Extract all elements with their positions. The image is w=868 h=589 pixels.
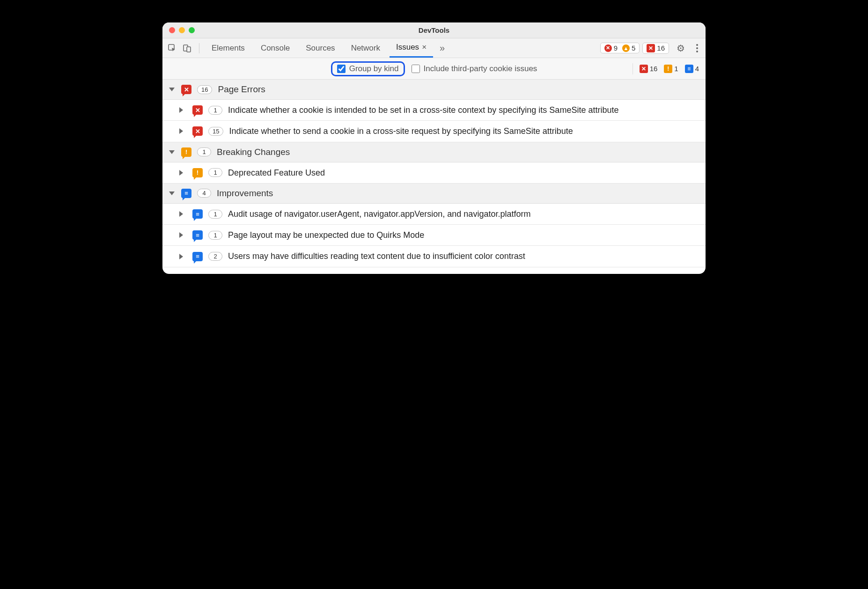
group-count: 1	[197, 147, 211, 156]
chevron-right-icon	[179, 254, 186, 259]
traffic-lights	[169, 27, 195, 33]
close-tab-icon[interactable]: ×	[422, 43, 427, 52]
group-improvements[interactable]: ≡ 4 Improvements	[162, 184, 706, 204]
console-badges[interactable]: ✕9 ▲5	[600, 43, 640, 53]
group-label: Improvements	[217, 188, 273, 199]
error-icon: ✕	[640, 65, 648, 73]
group-label: Breaking Changes	[217, 147, 290, 157]
tab-elements[interactable]: Elements	[205, 38, 251, 58]
issue-row[interactable]: ✕ 1 Indicate whether a cookie is intende…	[162, 100, 706, 121]
filter-bar: Group by kind Include third-party cookie…	[162, 58, 706, 80]
third-party-input[interactable]	[412, 65, 420, 73]
third-party-checkbox[interactable]: Include third-party cookie issues	[412, 64, 537, 74]
error-icon: ✕	[604, 44, 612, 52]
svg-rect-2	[187, 47, 191, 52]
tab-sources[interactable]: Sources	[299, 38, 341, 58]
issue-count: 15	[208, 127, 223, 136]
chevron-down-icon	[169, 191, 175, 195]
window-title: DevTools	[162, 26, 706, 34]
group-by-kind-label: Group by kind	[349, 64, 399, 74]
group-by-kind-checkbox[interactable]: Group by kind	[331, 61, 405, 76]
maximize-window-icon[interactable]	[189, 27, 195, 33]
third-party-label: Include third-party cookie issues	[424, 64, 537, 74]
issue-text: Indicate whether a cookie is intended to…	[228, 104, 699, 116]
chevron-right-icon	[179, 232, 186, 238]
filter-counts: ✕16 !1 ≡4	[633, 63, 699, 74]
group-page-errors[interactable]: ✕ 16 Page Errors	[162, 80, 706, 100]
filter-info[interactable]: ≡4	[685, 65, 699, 73]
settings-icon[interactable]: ⚙	[672, 43, 690, 54]
minimize-window-icon[interactable]	[179, 27, 185, 33]
kebab-menu-icon[interactable]	[692, 43, 702, 54]
issue-row[interactable]: ✕ 15 Indicate whether to send a cookie i…	[162, 121, 706, 142]
toolbar: Elements Console Sources Network Issues …	[162, 38, 706, 58]
warning-icon: !	[181, 147, 191, 157]
issues-badge[interactable]: ✕16	[642, 43, 669, 54]
issue-row[interactable]: ≡ 2 Users may have difficulties reading …	[162, 246, 706, 267]
tab-console[interactable]: Console	[254, 38, 296, 58]
issue-row[interactable]: ≡ 1 Page layout may be unexpected due to…	[162, 225, 706, 246]
info-icon: ≡	[181, 189, 191, 198]
tab-label: Elements	[212, 44, 245, 53]
info-icon: ≡	[192, 209, 203, 219]
group-breaking-changes[interactable]: ! 1 Breaking Changes	[162, 142, 706, 162]
group-count: 4	[197, 189, 211, 198]
tab-network[interactable]: Network	[345, 38, 387, 58]
separator	[633, 63, 633, 74]
issue-text: Users may have difficulties reading text…	[228, 250, 699, 262]
issue-count: 1	[208, 106, 222, 115]
issue-text: Deprecated Feature Used	[228, 167, 699, 178]
issue-text: Audit usage of navigator.userAgent, navi…	[228, 208, 699, 220]
issue-count: 1	[208, 231, 222, 240]
info-icon: ≡	[192, 252, 203, 261]
tab-label: Network	[351, 44, 380, 53]
error-icon: ✕	[192, 126, 203, 136]
chevron-right-icon	[179, 128, 186, 134]
issue-count: 2	[208, 252, 222, 261]
issue-row[interactable]: ≡ 1 Audit usage of navigator.userAgent, …	[162, 204, 706, 225]
issue-text: Page layout may be unexpected due to Qui…	[228, 229, 699, 241]
issues-icon: ✕	[647, 44, 655, 52]
group-count: 16	[197, 85, 212, 94]
chevron-right-icon	[179, 170, 186, 176]
issues-count: 16	[657, 44, 665, 52]
info-icon: ≡	[192, 230, 203, 240]
tab-label: Sources	[306, 44, 335, 53]
error-icon: ✕	[192, 105, 203, 115]
more-tabs-icon[interactable]: »	[436, 43, 449, 53]
device-toggle-icon[interactable]	[181, 42, 193, 54]
devtools-window: DevTools Elements Console Sources Networ…	[162, 22, 706, 274]
group-by-kind-input[interactable]	[337, 65, 346, 73]
chevron-down-icon	[169, 88, 175, 91]
close-window-icon[interactable]	[169, 27, 175, 33]
warning-icon: ▲	[622, 44, 630, 52]
separator	[199, 43, 199, 53]
warning-count: 5	[632, 44, 635, 52]
tab-label: Console	[261, 44, 290, 53]
titlebar: DevTools	[162, 22, 706, 38]
tab-issues[interactable]: Issues ×	[390, 38, 433, 58]
filter-warnings[interactable]: !1	[664, 65, 678, 73]
group-label: Page Errors	[218, 84, 265, 95]
chevron-down-icon	[169, 150, 175, 154]
chevron-right-icon	[179, 107, 186, 113]
info-icon: ≡	[685, 65, 693, 73]
inspect-icon[interactable]	[166, 42, 178, 54]
tab-label: Issues	[396, 43, 419, 52]
warning-icon: !	[192, 168, 203, 177]
filter-errors[interactable]: ✕16	[640, 65, 658, 73]
issue-count: 1	[208, 168, 222, 177]
issue-count: 1	[208, 210, 222, 219]
warning-icon: !	[664, 65, 672, 73]
issue-row[interactable]: ! 1 Deprecated Feature Used	[162, 162, 706, 184]
error-icon: ✕	[181, 85, 191, 94]
issue-text: Indicate whether to send a cookie in a c…	[229, 125, 699, 137]
error-count: 9	[614, 44, 618, 52]
chevron-right-icon	[179, 211, 186, 217]
